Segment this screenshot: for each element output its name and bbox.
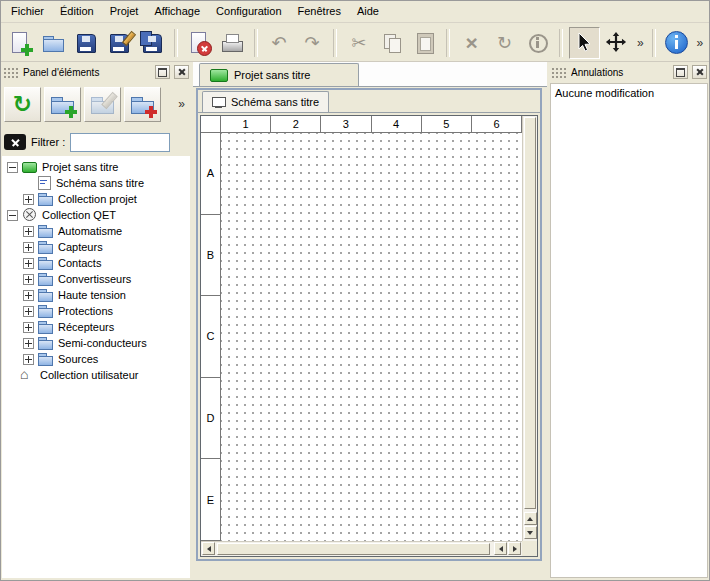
horizontal-scrollbar-thumb[interactable]	[217, 543, 490, 555]
vertical-scrollbar[interactable]	[522, 116, 537, 541]
tab-projet-sans-titre[interactable]: Projet sans titre	[199, 63, 359, 86]
close-button[interactable]	[174, 65, 189, 79]
scroll-right-button[interactable]	[508, 542, 521, 555]
expand-icon[interactable]	[23, 226, 34, 237]
toolbar-overflow-chevron-right[interactable]: »	[693, 36, 706, 50]
toolbar-overflow-chevron[interactable]: »	[634, 36, 647, 50]
expand-icon[interactable]	[23, 258, 34, 269]
tree-item-automatisme[interactable]: Automatisme	[2, 223, 190, 239]
project-tab-label: Projet sans titre	[234, 69, 310, 81]
copy-button[interactable]	[376, 27, 407, 59]
filter-label: Filtrer :	[31, 136, 65, 148]
menu-configuration[interactable]: Configuration	[208, 2, 289, 20]
menu-fichier[interactable]: Fichier	[3, 2, 52, 20]
menu-projet[interactable]: Projet	[102, 2, 147, 20]
expand-icon[interactable]	[23, 338, 34, 349]
save-button[interactable]	[71, 27, 102, 59]
project-icon	[210, 69, 228, 82]
elements-toolbar-overflow-chevron[interactable]: »	[175, 97, 188, 111]
folder-icon	[38, 224, 54, 238]
clear-filter-button[interactable]	[4, 134, 26, 150]
row-ruler: A B C D E	[201, 133, 221, 541]
paste-button[interactable]	[409, 27, 440, 59]
menu-aide[interactable]: Aide	[349, 2, 387, 20]
undo-list-item[interactable]: Aucune modification	[551, 84, 707, 102]
tree-item-capteurs[interactable]: Capteurs	[2, 239, 190, 255]
scroll-up-button[interactable]	[524, 512, 537, 525]
delete-element-button[interactable]	[124, 87, 161, 122]
expand-icon[interactable]	[23, 274, 34, 285]
delete-button[interactable]: ×	[456, 27, 487, 59]
collapse-icon[interactable]	[7, 210, 18, 221]
tree-item-semi-conducteurs[interactable]: Semi-conducteurs	[2, 335, 190, 351]
qet-collection-icon	[22, 208, 38, 222]
menu-edition[interactable]: Édition	[52, 2, 102, 20]
save-all-button[interactable]	[137, 27, 168, 59]
tree-item-sources[interactable]: Sources	[2, 351, 190, 367]
print-icon	[220, 31, 244, 55]
about-qet-button[interactable]	[662, 27, 693, 59]
tree-item-protections[interactable]: Protections	[2, 303, 190, 319]
menu-fenetres[interactable]: Fenêtres	[290, 2, 349, 20]
close-button[interactable]	[692, 65, 707, 79]
new-document-button[interactable]	[5, 27, 36, 59]
schema-icon	[36, 176, 52, 190]
expand-icon[interactable]	[23, 194, 34, 205]
select-mode-button[interactable]	[569, 27, 600, 59]
tab-schema-sans-titre[interactable]: Schéma sans titre	[202, 91, 329, 112]
edit-element-button[interactable]	[84, 87, 121, 122]
expand-icon[interactable]	[23, 290, 34, 301]
copy-icon	[380, 31, 404, 55]
tree-item-label: Projet sans titre	[42, 161, 118, 173]
horizontal-scrollbar[interactable]	[201, 541, 522, 556]
tree-item-projet-sans-titre[interactable]: Projet sans titre	[2, 159, 190, 175]
scroll-left-button[interactable]	[202, 542, 215, 555]
close-project-button[interactable]	[184, 27, 215, 59]
dock-grip-handle[interactable]	[3, 67, 19, 78]
expand-icon[interactable]	[23, 322, 34, 333]
tree-item-schema-sans-titre[interactable]: Schéma sans titre	[2, 175, 190, 191]
tree-item-collection-utilisateur[interactable]: ⌂ Collection utilisateur	[2, 367, 190, 383]
open-project-button[interactable]	[38, 27, 69, 59]
filter-input[interactable]	[70, 133, 170, 152]
ruler-column: 5	[422, 116, 472, 132]
expand-icon[interactable]	[23, 354, 34, 365]
new-element-button[interactable]	[44, 87, 81, 122]
expand-icon[interactable]	[23, 306, 34, 317]
tree-item-label: Protections	[58, 305, 113, 317]
tree-item-collection-projet[interactable]: Collection projet	[2, 191, 190, 207]
pan-mode-button[interactable]	[602, 27, 633, 59]
folder-icon	[38, 272, 54, 286]
scroll-down-button[interactable]	[524, 526, 537, 539]
close-icon	[696, 68, 704, 76]
dock-grip-handle[interactable]	[551, 67, 567, 78]
tree-item-convertisseurs[interactable]: Convertisseurs	[2, 271, 190, 287]
tree-item-label: Collection QET	[42, 209, 116, 221]
float-button[interactable]	[155, 65, 170, 79]
menu-bar: Fichier Édition Projet Affichage Configu…	[0, 0, 710, 23]
schema-canvas[interactable]	[221, 133, 522, 541]
tree-item-collection-qet[interactable]: Collection QET	[2, 207, 190, 223]
tree-item-haute-tension[interactable]: Haute tension	[2, 287, 190, 303]
save-all-icon	[140, 31, 164, 55]
tree-item-contacts[interactable]: Contacts	[2, 255, 190, 271]
menu-affichage[interactable]: Affichage	[146, 2, 208, 20]
pointer-icon	[572, 31, 596, 55]
cut-button[interactable]: ✂	[343, 27, 374, 59]
redo-button[interactable]: ↷	[297, 27, 328, 59]
undo-button[interactable]: ↶	[264, 27, 295, 59]
scroll-left-button-2[interactable]	[494, 542, 507, 555]
expand-icon[interactable]	[23, 242, 34, 253]
vertical-scrollbar-thumb[interactable]	[524, 117, 536, 509]
tree-item-recepteurs[interactable]: Récepteurs	[2, 319, 190, 335]
float-button[interactable]	[673, 65, 688, 79]
reload-collections-button[interactable]: ↻	[4, 87, 41, 122]
element-info-button[interactable]	[522, 27, 553, 59]
undo-panel: Annulations Aucune modification	[550, 64, 708, 578]
collapse-icon[interactable]	[7, 162, 18, 173]
arrow-left-icon	[207, 546, 211, 552]
print-button[interactable]	[217, 27, 248, 59]
save-as-button[interactable]	[104, 27, 135, 59]
ruler-row: C	[201, 296, 220, 378]
rotate-button[interactable]: ↻	[489, 27, 520, 59]
